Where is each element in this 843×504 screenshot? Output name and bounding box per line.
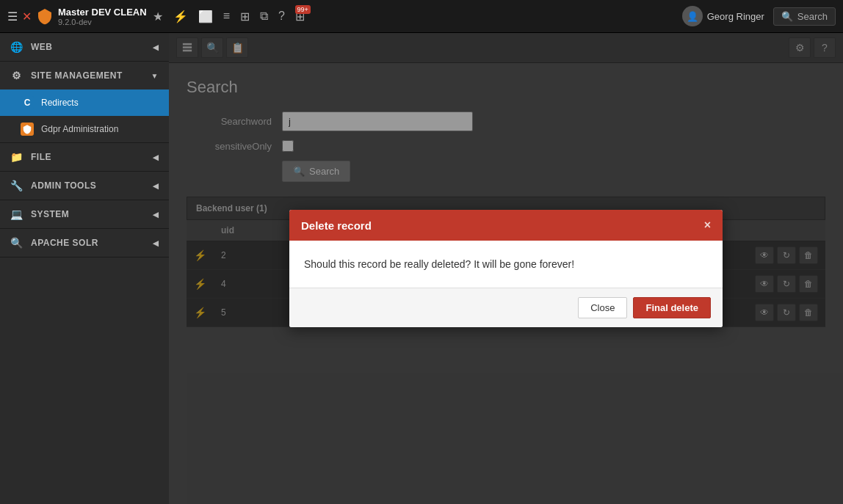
sidebar-section-system: 💻 SYSTEM ◀ xyxy=(0,200,169,229)
hamburger-icon[interactable]: ☰ xyxy=(7,10,18,23)
sidebar-section-site-management: ⚙ SITE MANAGEMENT ▼ C Redirects Gdpr Adm… xyxy=(0,62,169,143)
sidebar-section-file: 📁 FILE ◀ xyxy=(0,143,169,172)
system-icon: 💻 xyxy=(10,208,23,221)
user-name: Georg Ringer xyxy=(707,11,764,22)
modal-message: Should this record be really deleted? It… xyxy=(304,258,708,270)
user-menu[interactable]: 👤 Georg Ringer xyxy=(682,6,764,26)
layout: 🌐 WEB ◀ ⚙ SITE MANAGEMENT ▼ C Redirects xyxy=(0,33,843,504)
modal-header: Delete record × xyxy=(289,210,723,241)
sidebar-item-site-management[interactable]: ⚙ SITE MANAGEMENT ▼ xyxy=(0,62,169,90)
shield-logo-icon xyxy=(36,7,54,25)
sidebar-item-label: FILE xyxy=(31,152,51,162)
modal-overlay[interactable]: Delete record × Should this record be re… xyxy=(169,33,843,504)
sidebar-section-admin-tools: 🔧 ADMIN TOOLS ◀ xyxy=(0,172,169,200)
chevron-down-icon: ▼ xyxy=(151,72,159,80)
topbar-right: 👤 Georg Ringer 🔍 Search xyxy=(682,6,836,26)
sidebar-item-label: WEB xyxy=(31,42,53,52)
help-icon[interactable]: ? xyxy=(278,10,285,23)
sidebar-sub-label: Gdpr Administration xyxy=(41,124,118,134)
chevron-right-icon: ◀ xyxy=(153,43,159,51)
notification-badge-wrap[interactable]: ⊞ 99+ xyxy=(295,10,305,23)
sidebar-item-redirects[interactable]: C Redirects xyxy=(0,90,169,116)
chevron-right-icon: ◀ xyxy=(153,182,159,190)
sidebar-item-gdpr[interactable]: Gdpr Administration xyxy=(0,116,169,142)
modal-body: Should this record be really deleted? It… xyxy=(289,241,723,288)
topbar: ☰ ✕ Master DEV CLEAN 9.2.0-dev ★ ⚡ ⬜ ≡ ⊞… xyxy=(0,0,843,33)
close-icon[interactable]: ✕ xyxy=(22,10,32,23)
redirects-icon: C xyxy=(21,96,34,109)
delete-record-modal: Delete record × Should this record be re… xyxy=(289,210,723,327)
sidebar-section-web: 🌐 WEB ◀ xyxy=(0,33,169,62)
apache-solr-icon: 🔍 xyxy=(10,236,23,249)
sidebar-item-admin-tools[interactable]: 🔧 ADMIN TOOLS ◀ xyxy=(0,172,169,200)
split-icon[interactable]: ⧉ xyxy=(260,10,268,23)
chevron-right-icon: ◀ xyxy=(153,153,159,161)
sidebar-item-label: SYSTEM xyxy=(31,209,69,219)
modal-footer: Close Final delete xyxy=(289,288,723,327)
web-icon: 🌐 xyxy=(10,40,23,54)
sidebar-item-web[interactable]: 🌐 WEB ◀ xyxy=(0,33,169,61)
topbar-left: ☰ ✕ Master DEV CLEAN 9.2.0-dev ★ ⚡ ⬜ ≡ ⊞… xyxy=(7,7,676,26)
sidebar-item-apache-solr[interactable]: 🔍 APACHE SOLR ◀ xyxy=(0,229,169,257)
sidebar: 🌐 WEB ◀ ⚙ SITE MANAGEMENT ▼ C Redirects xyxy=(0,33,169,504)
sidebar-section-apache-solr: 🔍 APACHE SOLR ◀ xyxy=(0,229,169,258)
lightning-icon[interactable]: ⚡ xyxy=(173,10,188,23)
sidebar-item-label: APACHE SOLR xyxy=(31,238,98,248)
star-icon[interactable]: ★ xyxy=(153,10,163,23)
modal-confirm-button[interactable]: Final delete xyxy=(633,297,711,318)
modal-close-icon[interactable]: × xyxy=(704,219,711,232)
sidebar-item-label: SITE MANAGEMENT xyxy=(31,70,123,81)
search-icon: 🔍 xyxy=(781,11,793,22)
user-avatar: 👤 xyxy=(682,6,703,26)
sidebar-item-file[interactable]: 📁 FILE ◀ xyxy=(0,143,169,171)
file-icon: 📁 xyxy=(10,150,23,164)
topbar-nav-icons: ★ ⚡ ⬜ ≡ ⊞ ⧉ ? ⊞ 99+ xyxy=(153,10,305,23)
main-content: 🔍 📋 ⚙ ? Search Searchword sensitiveOnly xyxy=(169,33,843,504)
modal-title: Delete record xyxy=(301,219,372,232)
site-management-icon: ⚙ xyxy=(10,69,23,82)
window-icon[interactable]: ⬜ xyxy=(198,10,213,23)
list-icon[interactable]: ≡ xyxy=(223,10,230,23)
chevron-right-icon: ◀ xyxy=(153,239,159,247)
chevron-right-icon: ◀ xyxy=(153,211,159,219)
modal-close-button[interactable]: Close xyxy=(578,297,627,318)
sidebar-item-label: ADMIN TOOLS xyxy=(31,180,96,191)
sidebar-item-system[interactable]: 💻 SYSTEM ◀ xyxy=(0,200,169,228)
app-title: Master DEV CLEAN 9.2.0-dev xyxy=(58,7,147,26)
topbar-search[interactable]: 🔍 Search xyxy=(773,7,836,26)
sidebar-sub-label: Redirects xyxy=(41,98,79,108)
topbar-logo: ☰ ✕ Master DEV CLEAN 9.2.0-dev xyxy=(7,7,147,26)
grid-icon[interactable]: ⊞ xyxy=(240,10,250,23)
gdpr-icon xyxy=(21,123,34,136)
admin-tools-icon: 🔧 xyxy=(10,179,23,192)
